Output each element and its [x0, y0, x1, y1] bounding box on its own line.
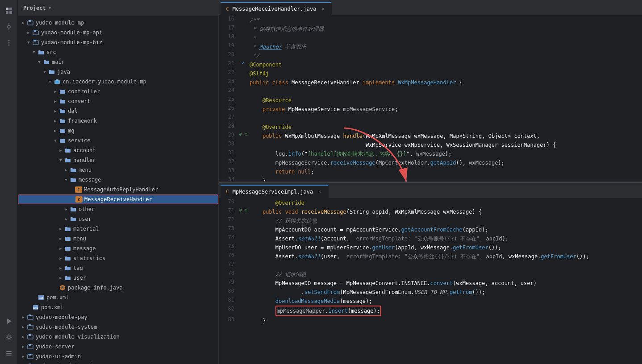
more-icon[interactable] [2, 36, 16, 50]
code-line-31: 31 log.info("[handle][接收到请求消息，内容: {}]", … [219, 149, 642, 158]
line-number: 34 [219, 176, 239, 182]
tree-arrow-user2: ▶ [57, 276, 64, 280]
tree-item-account[interactable]: ▶account [18, 145, 218, 155]
tree-item-user[interactable]: ▶user [18, 214, 218, 224]
code-line-78: 78 // 记录消息 [219, 270, 642, 279]
tree-item-pom2[interactable]: xmlpom.xml [18, 302, 218, 312]
tree-icon-folder [64, 226, 71, 232]
code-line-82: 82 mpMessageMapper.insert(message); [219, 306, 642, 316]
tab-message-receive-handler[interactable]: C MessageReceiveHandler.java × [221, 2, 332, 15]
tree-icon-folder [64, 157, 71, 163]
tree-item-tag[interactable]: ▶tag [18, 263, 218, 273]
line-number: 20 [219, 51, 239, 60]
tree-item-menu[interactable]: ▶menu [18, 165, 218, 175]
activity-bar [0, 0, 18, 364]
tree-item-handler[interactable]: ▼handler [18, 155, 218, 165]
tree-item-framework[interactable]: ▶framework [18, 116, 218, 126]
tree-icon-folder [70, 177, 77, 183]
line-gutter [239, 199, 248, 207]
line-number: 19 [219, 42, 239, 51]
tree-item-dal[interactable]: ▶dal [18, 106, 218, 116]
tree-item-material[interactable]: ▶material [18, 224, 218, 234]
line-number: 83 [219, 316, 239, 325]
line-content: * [248, 33, 642, 42]
tree-item-package-info[interactable]: Mpackage-info.java [18, 283, 218, 293]
line-gutter [239, 252, 248, 261]
tree-item-yudao-module-mp-biz[interactable]: ▼yudao-module-mp-biz [18, 37, 218, 47]
tree-item-menu2[interactable]: ▶menu [18, 234, 218, 244]
line-number: 27 [219, 114, 239, 123]
line-number: 23 [219, 78, 239, 87]
tab-mp-message-service-impl[interactable]: C MpMessageServiceImpl.java × [221, 185, 329, 198]
commit-icon[interactable] [2, 20, 16, 34]
tree-label-handler: handler [73, 157, 215, 163]
line-number: 21 [219, 60, 239, 69]
code-line-16: 16 /** [219, 16, 642, 25]
tab-close-btn-bottom[interactable]: × [317, 189, 323, 195]
top-code-editor[interactable]: 16 /** 17 * 保存微信消息的事件处理器 18 * 19 [219, 16, 642, 182]
tree-item-src[interactable]: ▼src [18, 47, 218, 57]
line-content: @Slf4j [248, 69, 642, 78]
tree-item-convert[interactable]: ▶convert [18, 96, 218, 106]
line-number: 29 [219, 132, 239, 141]
tree-item-yudao-server[interactable]: ▶yudao-server [18, 342, 218, 352]
svg-point-4 [8, 25, 10, 28]
tree-icon-folder [64, 245, 71, 252]
tree-item-yudao-ui-admin[interactable]: ▶yudao-ui-admin [18, 352, 218, 361]
tree-arrow-yudao-ui-admin: ▶ [20, 354, 27, 359]
tree-item-statistics[interactable]: ▶statistics [18, 253, 218, 263]
tree-item-mq[interactable]: ▶mq [18, 126, 218, 136]
tree-arrow-yudao-module-visualization: ▶ [20, 335, 27, 339]
tree-item-yudao-module-mp-api[interactable]: ▶yudao-module-mp-api [18, 28, 218, 37]
tree-label-pom1: pom.xml [46, 294, 215, 301]
tree-item-MessageAutoReplyHandler[interactable]: CMessageAutoReplyHandler [18, 185, 218, 194]
code-line-19: 19 * @author 芋道源码 [219, 42, 642, 51]
tree-item-yudao-module-mp[interactable]: ▶yudao-module-mp [18, 18, 218, 28]
code-line-80: 80 .setSendFrom(MpMessageSendFromEnum.US… [219, 288, 642, 297]
code-line-72: 72 // 获得关联信息 [219, 216, 642, 225]
line-number: 81 [219, 297, 239, 306]
tree-item-message[interactable]: ▼message [18, 175, 218, 185]
settings-icon[interactable] [2, 330, 16, 344]
tree-item-cn.iocoder.yudao.module.mp[interactable]: ▼cn.iocoder.yudao.module.mp [18, 77, 218, 87]
line-content: public void receiveMessage(String appId,… [248, 207, 642, 216]
line-number: 32 [219, 158, 239, 167]
run-icon[interactable] [2, 314, 16, 328]
tools-icon[interactable] [2, 346, 16, 360]
code-line-22: 22 @Slf4j [219, 69, 642, 78]
tree-item-controller[interactable]: ▶controller [18, 87, 218, 96]
tab-java-icon-bottom: C [226, 189, 229, 194]
tree-item-yudao-module-visualization[interactable]: ▶yudao-module-visualization [18, 332, 218, 342]
tree-icon-class: C [75, 196, 83, 203]
bottom-code-editor[interactable]: 70 @Override 71 ⊕ ⊙ public void receiveM… [219, 199, 642, 364]
tree-item-main[interactable]: ▼main [18, 57, 218, 67]
tree-item-message2[interactable]: ▶message [18, 244, 218, 253]
code-line-77: 77 [219, 261, 642, 270]
tree-item-yudao-module-system[interactable]: ▶yudao-module-system [18, 322, 218, 332]
tree-label-package-info: package-info.java [68, 285, 215, 291]
tree-item-yudao-ui-admin-uniapp[interactable]: ▶yudao-ui-admin-uniapp [18, 361, 218, 364]
project-icon[interactable] [2, 4, 16, 18]
tab-close-btn[interactable]: × [320, 6, 326, 12]
tree-item-java[interactable]: ▼java [18, 67, 218, 77]
tree-icon-module [27, 324, 34, 330]
line-content: MpAccountDO account = mpAccountService.g… [248, 225, 642, 234]
line-number: 78 [219, 270, 239, 279]
line-content: MpMessageDO message = MpMessageConvert.I… [248, 279, 642, 288]
tree-item-MessageReceiveHandler[interactable]: CMessageReceiveHandler [18, 194, 218, 204]
tree-arrow-account: ▶ [57, 148, 64, 153]
svg-point-11 [8, 336, 10, 339]
tree-item-yudao-module-pay[interactable]: ▶yudao-module-pay [18, 312, 218, 322]
tree-item-pom1[interactable]: xmlpom.xml [18, 293, 218, 302]
tree-label-yudao-module-visualization: yudao-module-visualization [36, 334, 215, 340]
tree-item-user2[interactable]: ▶user [18, 273, 218, 283]
tree-item-service[interactable]: ▼service [18, 136, 218, 145]
tab-label-bottom: MpMessageServiceImpl.java [233, 189, 313, 195]
code-line-71: 71 ⊕ ⊙ public void receiveMessage(String… [219, 207, 642, 216]
tree-label-controller: controller [68, 88, 215, 95]
gutter-icon-29: ⊕ ⊙ [239, 132, 247, 136]
code-line-75: 75 MpUserDO user = mpUserService.getUser… [219, 243, 642, 252]
tree-item-other[interactable]: ▶other [18, 204, 218, 214]
line-gutter [239, 123, 248, 132]
line-number: 22 [219, 69, 239, 78]
